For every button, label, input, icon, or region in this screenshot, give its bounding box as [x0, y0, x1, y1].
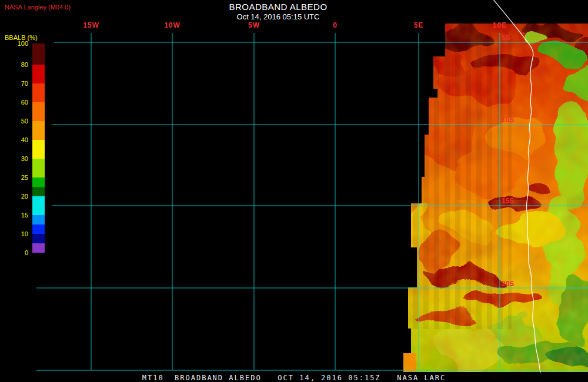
lon-label-5w: 5W [248, 21, 260, 29]
lon-labels: 15W 10W 5W 0 5E 10E [83, 21, 507, 29]
lon-label-15w: 15W [83, 21, 99, 29]
map-canvas: 15W 10W 5W 0 5E 10E 5S 10S 15S 20S [0, 0, 588, 382]
lon-label-5e: 5E [414, 21, 424, 29]
screen: NASA Langley (M04.0) BROADBAND ALBEDO Oc… [0, 0, 588, 382]
lon-label-0: 0 [333, 21, 338, 29]
lat-label-15s: 15S [502, 197, 514, 205]
lat-label-5s: 5S [502, 33, 510, 42]
lon-label-10e: 10E [493, 21, 507, 29]
lat-label-10s: 10S [502, 116, 514, 124]
lat-label-20s: 20S [502, 280, 514, 288]
lon-label-10w: 10W [164, 21, 181, 29]
scanline-stripes [412, 35, 512, 329]
footer-caption: MT10 BROADBAND ALBEDO OCT 14, 2016 05:15… [0, 374, 588, 382]
albedo-swath [400, 21, 588, 375]
